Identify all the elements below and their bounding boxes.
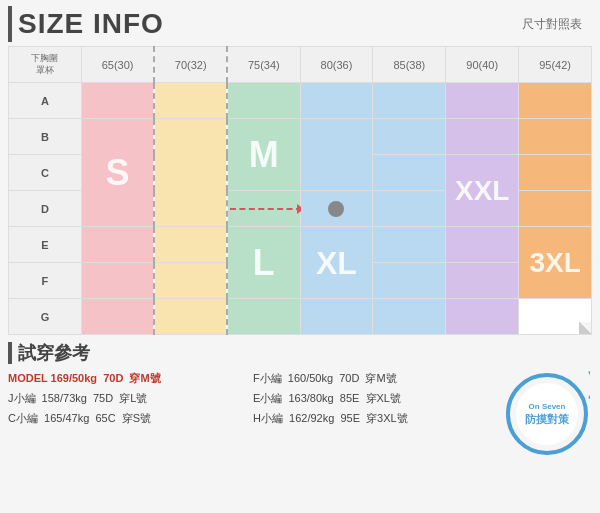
cell-G-85 bbox=[373, 299, 446, 335]
cell-G-95 bbox=[519, 299, 592, 335]
trial-col-right: F小編 160/50kg 70D 穿M號 E小編 163/80kg 85E 穿X… bbox=[253, 369, 498, 428]
cell-B-80 bbox=[300, 119, 373, 191]
cell-B-65: S bbox=[81, 119, 154, 227]
cell-D-75 bbox=[227, 191, 300, 227]
col-header-95: 95(42) bbox=[519, 47, 592, 83]
logo-arc-svg bbox=[562, 371, 590, 399]
bottom-row: MODEL 169/50kg 70D 穿M號 J小編 158/73kg 75D … bbox=[8, 369, 592, 459]
trial-f-row: F小編 160/50kg 70D 穿M號 bbox=[253, 369, 498, 389]
cell-B-85 bbox=[373, 119, 446, 155]
cell-E-90 bbox=[446, 227, 519, 263]
title-left: SIZE INFO bbox=[8, 6, 164, 42]
cell-C-90: XXL bbox=[446, 155, 519, 227]
cell-G-80 bbox=[300, 299, 373, 335]
cell-B-95 bbox=[519, 119, 592, 155]
cell-E-70 bbox=[154, 227, 227, 263]
table-row: B S M bbox=[9, 119, 592, 155]
col-header-85: 85(38) bbox=[373, 47, 446, 83]
table-row: G bbox=[9, 299, 592, 335]
cell-F-90 bbox=[446, 263, 519, 299]
page-title: SIZE INFO bbox=[18, 8, 164, 40]
cell-B-70 bbox=[154, 119, 227, 227]
trial-title-row: 試穿參考 bbox=[8, 341, 592, 365]
row-header-F: F bbox=[9, 263, 82, 299]
logo-line1: On Seven bbox=[529, 401, 566, 412]
cell-A-95 bbox=[519, 83, 592, 119]
cell-E-65 bbox=[81, 227, 154, 263]
page-container: SIZE INFO 尺寸對照表 下胸圍 罩杯 65(30) 70(32) 75(… bbox=[0, 0, 600, 513]
cell-B-75: M bbox=[227, 119, 300, 191]
logo-area: On Seven 防摸對策 bbox=[502, 369, 592, 459]
trial-section: 試穿參考 MODEL 169/50kg 70D 穿M號 J小編 158/73kg… bbox=[8, 341, 592, 459]
col-header-75: 75(34) bbox=[227, 47, 300, 83]
cell-D-95 bbox=[519, 191, 592, 227]
size-table-wrap: 下胸圍 罩杯 65(30) 70(32) 75(34) 80(36) 85(38… bbox=[8, 46, 592, 335]
cell-G-65 bbox=[81, 299, 154, 335]
cell-A-75 bbox=[227, 83, 300, 119]
cell-E-95: 3XL bbox=[519, 227, 592, 299]
cell-A-65 bbox=[81, 83, 154, 119]
cell-A-70 bbox=[154, 83, 227, 119]
row-header-E: E bbox=[9, 227, 82, 263]
size-table: 下胸圍 罩杯 65(30) 70(32) 75(34) 80(36) 85(38… bbox=[8, 46, 592, 335]
trial-cols-wrap: MODEL 169/50kg 70D 穿M號 J小編 158/73kg 75D … bbox=[8, 369, 498, 428]
col-header-65: 65(30) bbox=[81, 47, 154, 83]
logo-line2: 防摸對策 bbox=[525, 412, 569, 427]
trial-col-left: MODEL 169/50kg 70D 穿M號 J小編 158/73kg 75D … bbox=[8, 369, 253, 428]
table-row: A bbox=[9, 83, 592, 119]
col-header-80: 80(36) bbox=[300, 47, 373, 83]
cell-F-65 bbox=[81, 263, 154, 299]
cell-E-75: L bbox=[227, 227, 300, 299]
row-header-G: G bbox=[9, 299, 82, 335]
col-header-90: 90(40) bbox=[446, 47, 519, 83]
logo-circle-outer: On Seven 防摸對策 bbox=[506, 373, 588, 455]
trial-bar-icon bbox=[8, 342, 12, 364]
trial-model-row: MODEL 169/50kg 70D 穿M號 bbox=[8, 369, 253, 389]
cell-A-85 bbox=[373, 83, 446, 119]
trial-h-row: H小編 162/92kg 95E 穿3XL號 bbox=[253, 409, 498, 429]
dashed-arrow-line bbox=[230, 208, 301, 210]
subtitle: 尺寸對照表 bbox=[522, 16, 582, 33]
cell-A-80 bbox=[300, 83, 373, 119]
trial-e-row: E小編 163/80kg 85E 穿XL號 bbox=[253, 389, 498, 409]
row-header-B: B bbox=[9, 119, 82, 155]
row-header-A: A bbox=[9, 83, 82, 119]
col-header-70: 70(32) bbox=[154, 47, 227, 83]
cell-A-90 bbox=[446, 83, 519, 119]
trial-c-row: C小編 165/47kg 65C 穿S號 bbox=[8, 409, 253, 429]
cell-F-85 bbox=[373, 263, 446, 299]
corner-header: 下胸圍 罩杯 bbox=[9, 47, 82, 83]
cell-D-80 bbox=[300, 191, 373, 227]
title-bar-icon bbox=[8, 6, 12, 42]
cell-C-85 bbox=[373, 155, 446, 191]
trial-j-row: J小編 158/73kg 75D 穿L號 bbox=[8, 389, 253, 409]
cell-E-80: XL bbox=[300, 227, 373, 299]
cell-G-75 bbox=[227, 299, 300, 335]
table-row: E L XL 3XL bbox=[9, 227, 592, 263]
cell-B-90 bbox=[446, 119, 519, 155]
row-header-C: C bbox=[9, 155, 82, 191]
cell-D-85 bbox=[373, 191, 446, 227]
cell-C-95 bbox=[519, 155, 592, 191]
cell-E-85 bbox=[373, 227, 446, 263]
dot-indicator bbox=[328, 201, 344, 217]
cell-F-70 bbox=[154, 263, 227, 299]
trial-title: 試穿參考 bbox=[18, 341, 90, 365]
row-header-D: D bbox=[9, 191, 82, 227]
title-row: SIZE INFO 尺寸對照表 bbox=[8, 6, 592, 42]
cell-G-90 bbox=[446, 299, 519, 335]
cell-G-70 bbox=[154, 299, 227, 335]
